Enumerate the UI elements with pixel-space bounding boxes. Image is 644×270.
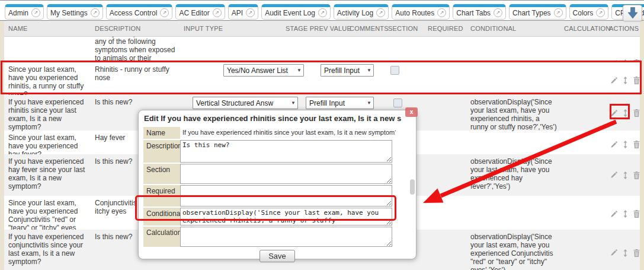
save-button[interactable]: Save — [259, 250, 295, 262]
column-header-conditional: CONDITIONAL — [470, 25, 516, 32]
delete-trash-icon[interactable] — [633, 210, 640, 218]
field-row-section: Section — [143, 164, 411, 184]
tab-audit-event-log[interactable]: Audit Event Log↗ — [261, 4, 331, 20]
field-row-name: NameIf you have experienced rhinitis sin… — [143, 127, 411, 139]
column-header-actions: ACTIONS — [609, 25, 639, 32]
move-vertical-icon[interactable] — [623, 109, 628, 117]
field-textarea-description[interactable]: Is this new? — [180, 140, 392, 163]
delete-trash-icon[interactable] — [633, 77, 640, 84]
popout-icon[interactable]: ↗ — [437, 8, 446, 17]
popout-icon[interactable]: ↗ — [160, 8, 169, 17]
popout-icon[interactable]: ↗ — [91, 8, 100, 17]
field-value: If you have experienced rhinitis since y… — [180, 127, 396, 139]
tab-label: API — [232, 9, 243, 17]
edit-pencil-icon[interactable] — [610, 249, 617, 256]
edit-pencil-icon[interactable] — [610, 110, 617, 117]
chevron-down-icon: ▼ — [367, 68, 371, 73]
tab-activity-log[interactable]: Activity Log↗ — [334, 4, 389, 20]
chevron-down-icon: ▼ — [291, 100, 296, 106]
name-cell — [4, 37, 91, 62]
field-label: Conditional — [143, 208, 180, 225]
edit-pencil-icon[interactable] — [610, 171, 617, 179]
conditional-cell — [466, 196, 560, 232]
field-textarea-calculation[interactable] — [180, 227, 392, 247]
tab-overflow-button[interactable] — [623, 5, 642, 21]
edit-pencil-icon[interactable] — [610, 77, 617, 84]
comments-checkbox[interactable] — [390, 66, 399, 75]
name-cell: Since your last exam, have you experienc… — [4, 196, 91, 232]
conditional-cell — [466, 37, 560, 62]
popout-icon[interactable]: ↗ — [376, 8, 385, 17]
field-row-calculation: Calculation — [143, 227, 411, 247]
close-icon: x — [410, 109, 414, 115]
column-header-section: SECTION — [388, 25, 418, 32]
tab-api[interactable]: API↗ — [228, 4, 258, 20]
popout-icon[interactable]: ↗ — [554, 8, 563, 17]
modal-scrollbar-thumb[interactable] — [410, 179, 415, 195]
tab-label: Audit Event Log — [265, 9, 315, 17]
move-vertical-icon[interactable] — [623, 249, 628, 257]
popout-icon[interactable]: ↗ — [213, 8, 222, 17]
tab-label: AC Editor — [179, 9, 209, 17]
delete-trash-icon[interactable] — [633, 141, 640, 148]
row-actions — [605, 196, 640, 232]
conditional-cell: observationDisplay('Since your last exam… — [466, 230, 560, 270]
row-actions — [605, 154, 640, 196]
field-label: Description — [143, 140, 180, 163]
move-vertical-icon[interactable] — [623, 210, 628, 218]
column-header-stage-prev-value: STAGE PREV VALUE — [286, 25, 351, 32]
edit-pencil-icon[interactable] — [610, 141, 617, 148]
row-actions — [605, 62, 640, 99]
field-row-required: Required — [143, 185, 411, 207]
delete-trash-icon[interactable] — [633, 249, 640, 257]
field-label: Required — [143, 185, 180, 207]
chevron-down-icon: ▼ — [297, 68, 302, 73]
delete-trash-icon[interactable] — [633, 109, 640, 117]
tab-ac-editor[interactable]: AC Editor↗ — [175, 4, 225, 20]
name-cell: If you have experienced conjunctivitis s… — [4, 230, 91, 270]
field-label: Section — [143, 164, 180, 184]
tab-chart-tabs[interactable]: Chart Tabs↗ — [453, 4, 506, 20]
table-row: Since your last exam, have you experienc… — [4, 62, 640, 95]
stage-prev-value-select[interactable]: Prefill Input▼ — [321, 64, 374, 77]
field-row-description: DescriptionIs this new? — [143, 140, 411, 163]
stage-prev-value-select[interactable]: Prefill Input▼ — [306, 97, 374, 109]
name-cell: If you have experienced hay fever since … — [4, 154, 91, 196]
popout-icon[interactable]: ↗ — [494, 8, 502, 17]
description-cell: have you experienced any of the followin… — [91, 37, 180, 62]
tab-auto-routes[interactable]: Auto Routes↗ — [392, 4, 450, 20]
tab-label: Admin — [8, 9, 28, 17]
field-textarea-required[interactable] — [180, 185, 392, 207]
popout-icon[interactable]: ↗ — [318, 8, 327, 17]
field-textarea-conditional[interactable]: observationDisplay('Since your last exam… — [180, 208, 392, 225]
table-header: NAMEDESCRIPTIONINPUT TYPESTAGE PREV VALU… — [4, 21, 640, 37]
row-actions — [605, 37, 640, 62]
table-row: have you experienced any of the followin… — [4, 37, 640, 62]
edit-pencil-icon[interactable] — [610, 211, 617, 218]
conditional-cell: observationDisplay('Since your last exam… — [466, 95, 560, 131]
tab-bar: Admin↗My Settings↗Access Control↗AC Edit… — [0, 1, 644, 20]
delete-trash-icon[interactable] — [633, 171, 640, 179]
column-header-description: DESCRIPTION — [95, 25, 140, 32]
input-type-select[interactable]: Yes/No Answer List▼ — [223, 64, 304, 77]
close-button[interactable]: x — [405, 107, 418, 117]
move-vertical-icon[interactable] — [623, 77, 628, 84]
move-vertical-icon[interactable] — [623, 141, 628, 148]
tab-my-settings[interactable]: My Settings↗ — [47, 4, 103, 20]
comments-checkbox[interactable] — [393, 99, 402, 107]
input-type-select[interactable]: Vertical Structured Answ▼ — [193, 97, 298, 109]
row-controls: Yes/No Answer List▼Prefill Input▼ — [180, 62, 424, 99]
tab-label: Access Control — [110, 9, 158, 17]
field-textarea-section[interactable] — [180, 164, 392, 184]
tab-admin[interactable]: Admin↗ — [5, 4, 44, 20]
column-header-required: REQUIRED — [428, 25, 463, 32]
tab-chart-types[interactable]: Chart Types↗ — [509, 4, 566, 20]
tab-colors[interactable]: Colors↗ — [569, 4, 609, 20]
tab-access-control[interactable]: Access Control↗ — [106, 4, 173, 20]
tab-label: Auto Routes — [395, 9, 434, 17]
modal-title: Edit If you have experienced rhinitis si… — [143, 113, 411, 127]
popout-icon[interactable]: ↗ — [246, 8, 255, 17]
popout-icon[interactable]: ↗ — [596, 8, 605, 17]
popout-icon[interactable]: ↗ — [31, 8, 40, 17]
move-vertical-icon[interactable] — [623, 171, 628, 179]
